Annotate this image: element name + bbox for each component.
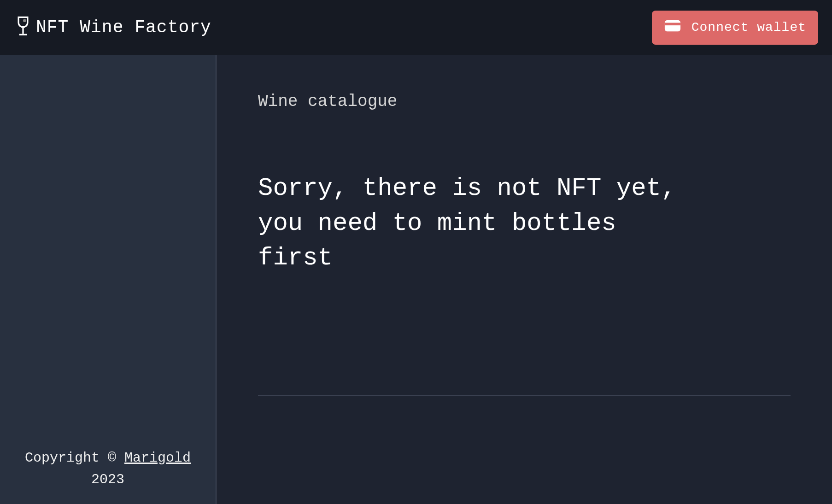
- wallet-icon: [664, 19, 681, 36]
- divider: [258, 395, 791, 396]
- app-header: NFT Wine Factory Connect wallet: [0, 0, 832, 55]
- connect-wallet-button[interactable]: Connect wallet: [652, 11, 818, 45]
- footer-year: 2023: [91, 472, 124, 487]
- sidebar: Copyright © Marigold 2023: [0, 55, 217, 504]
- svg-point-0: [23, 19, 26, 22]
- wine-glass-icon: [14, 16, 32, 39]
- footer: Copyright © Marigold 2023: [0, 447, 216, 490]
- footer-link[interactable]: Marigold: [124, 450, 191, 466]
- svg-rect-3: [665, 20, 680, 31]
- section-title: Wine catalogue: [258, 92, 791, 111]
- connect-wallet-label: Connect wallet: [691, 20, 806, 35]
- svg-rect-4: [665, 23, 680, 25]
- app-title: NFT Wine Factory: [36, 18, 211, 37]
- empty-state-message: Sorry, there is not NFT yet, you need to…: [258, 171, 700, 275]
- body-row: Copyright © Marigold 2023 Wine catalogue…: [0, 55, 832, 504]
- main-content: Wine catalogue Sorry, there is not NFT y…: [217, 55, 832, 504]
- footer-prefix: Copyright ©: [25, 450, 124, 466]
- app-title-wrap: NFT Wine Factory: [14, 16, 211, 39]
